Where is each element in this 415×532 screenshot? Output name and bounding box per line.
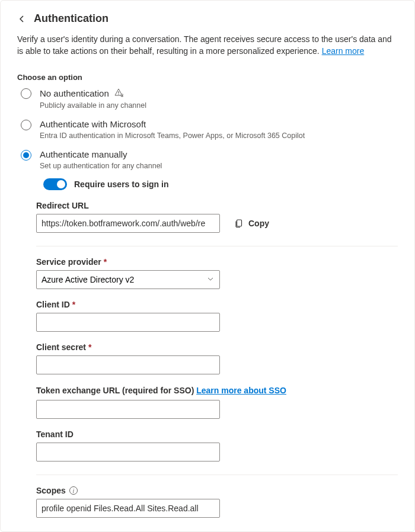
radio-manual[interactable] [21, 150, 31, 161]
copy-label: Copy [248, 219, 269, 228]
option-microsoft-label: Authenticate with Microsoft [40, 119, 398, 129]
auth-option-radio-group: No authentication Publicly available in … [21, 88, 398, 190]
client-id-label-text: Client ID [36, 300, 70, 309]
required-asterisk: * [88, 342, 91, 352]
option-no-auth-sub: Publicly available in any channel [40, 101, 398, 110]
scopes-label: Scopes [36, 486, 66, 495]
scopes-input[interactable] [36, 499, 220, 518]
tenant-id-label: Tenant ID [36, 430, 398, 439]
token-exchange-label-text: Token exchange URL (required for SSO) [36, 386, 196, 395]
require-signin-label: Require users to sign in [74, 180, 168, 189]
option-manual-label: Authenticate manually [40, 149, 398, 159]
radio-microsoft[interactable] [21, 120, 31, 130]
radio-no-auth[interactable] [21, 88, 31, 99]
required-asterisk: * [72, 300, 75, 309]
svg-rect-0 [118, 91, 119, 94]
option-microsoft[interactable]: Authenticate with Microsoft Entra ID aut… [21, 119, 398, 140]
learn-more-sso-link[interactable]: Learn more about SSO [196, 386, 286, 395]
chevron-left-icon [18, 15, 25, 23]
divider [36, 475, 398, 475]
tenant-id-input[interactable] [36, 443, 220, 462]
warning-icon [114, 88, 123, 99]
option-manual-sub: Set up authentication for any channel [40, 162, 398, 170]
info-icon[interactable]: i [69, 486, 78, 495]
token-exchange-label: Token exchange URL (required for SSO) Le… [36, 385, 398, 397]
option-manual[interactable]: Authenticate manually Set up authenticat… [21, 149, 398, 190]
copy-button[interactable]: Copy [234, 219, 269, 228]
choose-option-heading: Choose an option [17, 73, 398, 82]
page-title: Authentication [34, 12, 108, 25]
option-no-auth-label: No authentication [40, 88, 109, 98]
service-provider-select[interactable] [36, 270, 220, 289]
client-secret-label-text: Client secret [36, 342, 86, 352]
client-secret-input[interactable] [36, 355, 220, 374]
client-id-label: Client ID * [36, 300, 398, 309]
learn-more-link[interactable]: Learn more [322, 46, 365, 56]
service-provider-label-text: Service provider [36, 257, 101, 267]
require-signin-toggle[interactable] [43, 178, 67, 190]
service-provider-label: Service provider * [36, 257, 398, 267]
client-secret-label: Client secret * [36, 342, 398, 352]
svg-rect-1 [118, 94, 119, 94]
client-id-input[interactable] [36, 313, 220, 332]
token-exchange-input[interactable] [36, 400, 220, 419]
copy-icon [234, 219, 244, 228]
divider [36, 246, 398, 246]
toggle-thumb-icon [57, 180, 65, 188]
svg-rect-4 [237, 220, 242, 226]
svg-rect-3 [122, 95, 123, 96]
back-button[interactable] [17, 14, 27, 24]
redirect-url-input[interactable] [36, 214, 220, 233]
required-asterisk: * [104, 257, 107, 267]
radio-dot-icon [23, 152, 29, 158]
option-no-auth[interactable]: No authentication Publicly available in … [21, 88, 398, 110]
redirect-url-label: Redirect URL [36, 201, 398, 210]
page-description: Verify a user's identity during a conver… [17, 33, 398, 57]
option-microsoft-sub: Entra ID authentication in Microsoft Tea… [40, 132, 398, 140]
